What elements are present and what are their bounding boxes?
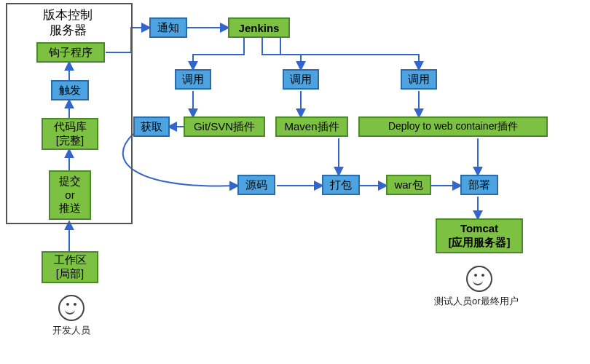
invoke-a: 调用 <box>175 69 211 90</box>
tester-label: 测试人员or最终用户 <box>434 295 519 308</box>
workspace: 工作区[局部] <box>42 251 98 283</box>
invoke-c: 调用 <box>401 69 437 90</box>
invoke-b: 调用 <box>283 69 319 90</box>
trigger: 触发 <box>51 80 89 100</box>
deploy-plugin: Deploy to web container插件 <box>358 116 548 137</box>
fetch: 获取 <box>133 116 170 137</box>
gitsvn-plugin: Git/SVN插件 <box>184 116 265 137</box>
war: war包 <box>386 175 431 195</box>
vcs-frame-title: 版本控制 服务器 <box>35 7 101 39</box>
tomcat: Tomcat[应用服务器] <box>436 218 523 253</box>
deploy-step: 部署 <box>460 175 498 195</box>
diagram-canvas: 版本控制 服务器 钩子程序 触发 代码库[完整] 提交or推送 工作区[局部] … <box>0 0 590 364</box>
notify: 通知 <box>149 17 187 38</box>
maven-plugin: Maven插件 <box>275 116 348 137</box>
source: 源码 <box>237 175 275 195</box>
dev-label: 开发人员 <box>52 324 90 337</box>
commit-push: 提交or推送 <box>49 170 91 220</box>
tester-face-icon <box>466 266 492 292</box>
package: 打包 <box>322 175 360 195</box>
repo: 代码库[完整] <box>42 118 98 150</box>
jenkins: Jenkins <box>228 17 290 38</box>
dev-face-icon <box>58 295 84 321</box>
hook-program: 钩子程序 <box>36 42 105 63</box>
